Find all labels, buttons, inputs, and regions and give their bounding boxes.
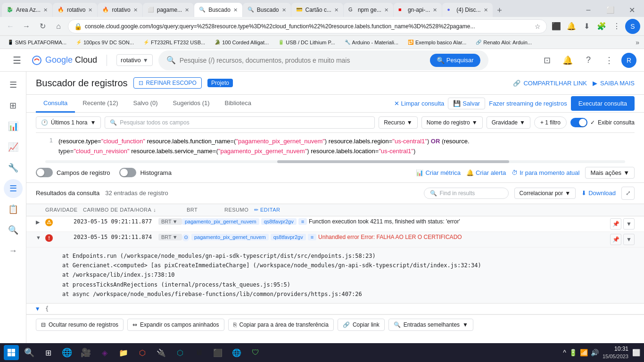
tab-recente[interactable]: Recente (12)	[75, 95, 125, 113]
sidebar-logs-icon[interactable]: ☰	[4, 179, 23, 198]
log-expand-btn-1[interactable]: ▶	[36, 219, 45, 225]
bookmark-star-icon[interactable]: ☆	[535, 23, 541, 30]
horizontal-scrollbar[interactable]	[45, 160, 625, 163]
brt-dropdown-1[interactable]: BRT ▼	[158, 218, 182, 225]
campos-toggle-switch[interactable]	[36, 168, 53, 177]
taskbar-fritzing-btn[interactable]: 🔌	[153, 344, 170, 361]
bookmarks-more-icon[interactable]: »	[636, 39, 639, 46]
extensions-btn[interactable]: 🧩	[595, 20, 608, 33]
bookmark-3[interactable]: ⚡ FT232RL FT232 USB...	[140, 39, 208, 46]
search-submit-btn[interactable]: 🔍 Pesquisar	[430, 54, 480, 67]
sidebar-search-icon[interactable]: 🔍	[4, 221, 23, 239]
browser-tab-6[interactable]: 🔍 Buscado ✕	[243, 3, 291, 17]
tab-close-4[interactable]: ✕	[185, 7, 189, 13]
log-tag-function-1[interactable]: pagamento_pix_gernet_nuvem	[182, 218, 259, 225]
stream-btn[interactable]: Fazer streaming de registros	[489, 100, 567, 107]
tab-close-6[interactable]: ✕	[282, 7, 286, 13]
tab-sugeridos[interactable]: Sugeridos (1)	[165, 95, 217, 113]
show-desktop-btn[interactable]: ⬜	[632, 349, 640, 356]
tab-biblioteca[interactable]: Biblioteca	[217, 95, 259, 113]
taskbar-app9-btn[interactable]: 🖥	[190, 344, 207, 361]
browser-tab-7[interactable]: 💳 Cartão c... ✕	[291, 3, 343, 17]
taskbar-clock[interactable]: 10:31 15/05/2023	[603, 346, 628, 360]
sidebar-notes-icon[interactable]: 📋	[4, 200, 23, 219]
caret-up-icon[interactable]: ^	[563, 349, 566, 356]
expand-results-btn[interactable]: ⤢	[621, 187, 635, 200]
mais-acoes-btn[interactable]: Mais ações ▼	[585, 167, 635, 179]
start-btn[interactable]	[4, 345, 19, 360]
tab-close-5[interactable]: ✕	[233, 7, 238, 13]
log-tag-id-1[interactable]: qs8tfavpr2gv	[261, 218, 297, 225]
more-tools-btn[interactable]: ⋮	[610, 20, 623, 33]
downloads-btn[interactable]: ⬇	[580, 20, 593, 33]
field-search-input[interactable]: 🔍 Pesquisar todos os campos	[105, 116, 375, 129]
correlacionar-por-btn[interactable]: Correlacionar por ▼	[514, 188, 576, 199]
sidebar-arrow-icon[interactable]: →	[4, 241, 23, 260]
reload-btn[interactable]: ↻	[36, 20, 49, 33]
taskbar-arduino-btn[interactable]: ⬡	[172, 344, 189, 361]
log-tag-icon-2[interactable]: ≡	[308, 234, 316, 240]
main-search-input[interactable]	[180, 57, 426, 64]
browser-tab-3[interactable]: 🔥 rotativo ✕	[98, 3, 142, 17]
exibir-toggle-switch[interactable]	[570, 118, 587, 127]
execute-consulta-btn[interactable]: Executar consulta	[571, 96, 635, 111]
browser-tab-10[interactable]: ● (4) Disc... ✕	[442, 3, 492, 17]
expanded-json-row[interactable]: ▼ {	[26, 304, 644, 314]
taskbar-security-btn[interactable]: 🛡	[247, 344, 264, 361]
nome-registro-filter-btn[interactable]: Nome do registro ▼	[421, 116, 483, 129]
browser-tab-2[interactable]: 🔥 rotativo ✕	[53, 3, 97, 17]
gravidade-filter-btn[interactable]: Gravidade ▼	[487, 116, 530, 129]
download-btn[interactable]: ⬇ Download	[581, 189, 616, 197]
copiar-area-btn[interactable]: ⎘ Copiar para a área de transferência	[228, 319, 334, 331]
address-bar[interactable]: 🔒 console.cloud.google.com/logs/query;qu…	[68, 19, 547, 33]
ocultar-resumo-btn[interactable]: ⊟ Ocultar resumo de registros	[36, 319, 124, 331]
taskbar-chrome-btn[interactable]: 🌐	[58, 344, 75, 361]
new-tab-btn[interactable]: +	[493, 4, 506, 17]
back-btn[interactable]: ←	[4, 20, 17, 33]
taskbar-app10-btn[interactable]: ⬛	[209, 344, 226, 361]
forward-btn[interactable]: →	[20, 20, 33, 33]
expandir-campos-btn[interactable]: ⇔ Expandir os campos aninhados	[127, 319, 224, 331]
tab-close-2[interactable]: ✕	[88, 7, 92, 13]
timestamp-col-header[interactable]: CARIMBO DE DATA/HORA ↓	[83, 207, 187, 213]
bookmark-2[interactable]: ⚡ 100pcs 9V DC SON...	[73, 39, 137, 46]
compartilhar-link-btn[interactable]: 🔗 COMPARTILHAR LINK	[513, 80, 587, 87]
log-row-1[interactable]: ▶ ⚠ 2023-05-15 09:21:11.877 BRT ▼ pagame…	[26, 216, 644, 232]
find-in-results-input[interactable]: 🔍 Find in results	[424, 188, 509, 199]
volume-icon[interactable]: 🔊	[591, 349, 599, 356]
bookmark-6[interactable]: 🔧 Arduino - Materiali...	[342, 39, 401, 46]
bookmark-5[interactable]: 🔋 USB / DC Lithium P...	[275, 39, 338, 46]
browser-tab-9[interactable]: ■ gn-api-... ✕	[394, 3, 442, 17]
entradas-semelhantes-btn[interactable]: 🔍 Entradas semelhantes ▼	[388, 319, 473, 331]
notifications-btn[interactable]: 🔔	[565, 20, 578, 33]
sidebar-chart-icon[interactable]: 📊	[4, 117, 23, 136]
copiar-link-btn[interactable]: 🔗 Copiar link	[338, 319, 385, 331]
hamburger-menu-btn[interactable]: ☰	[8, 51, 26, 70]
nav-more-icon[interactable]: ⋮	[601, 52, 618, 69]
project-selector[interactable]: rotativo ▼	[116, 54, 153, 66]
json-expand-btn[interactable]: ▼	[36, 305, 45, 312]
taskbar-task-view-btn[interactable]: ⊞	[40, 344, 57, 361]
browser-tab-8[interactable]: G npm ge... ✕	[344, 3, 393, 17]
tab-close-10[interactable]: ✕	[484, 7, 488, 13]
nav-help-icon[interactable]: ?	[580, 52, 597, 69]
tab-close-7[interactable]: ✕	[334, 7, 339, 13]
salvar-btn[interactable]: 💾 Salvar	[448, 98, 485, 109]
bookmark-4[interactable]: 🐊 100 Corded Alligat...	[212, 39, 272, 46]
taskbar-search-btn[interactable]: 🔍	[21, 344, 38, 361]
tab-salvo[interactable]: Salvo (0)	[125, 95, 165, 113]
tab-close-1[interactable]: ✕	[43, 7, 48, 13]
more-actions-btn-1[interactable]: ▼	[623, 218, 635, 230]
time-filter-btn[interactable]: 🕐 Últimos 1 hora ▼	[36, 116, 101, 129]
nav-bell-icon[interactable]: 🔔	[559, 52, 576, 69]
pin-btn-2[interactable]: 📌	[610, 234, 621, 245]
log-tag-function-2[interactable]: pagamento_pix_gernet_nuvem	[191, 234, 269, 240]
more-actions-btn-2[interactable]: ▼	[623, 234, 635, 245]
browser-tab-1[interactable]: 🐉 Area Az... ✕	[2, 3, 52, 17]
code-editor[interactable]: 1 (resource.type="cloud_function" resour…	[36, 133, 635, 160]
tray-icon-1[interactable]: 🔋	[569, 349, 577, 356]
nav-screen-icon[interactable]: ⊡	[538, 52, 555, 69]
tab-close-9[interactable]: ✕	[433, 7, 437, 13]
window-maximize-btn[interactable]: ⬜	[600, 3, 620, 17]
bookmark-1[interactable]: 📱 SMS PLATAFORMA...	[5, 39, 69, 46]
